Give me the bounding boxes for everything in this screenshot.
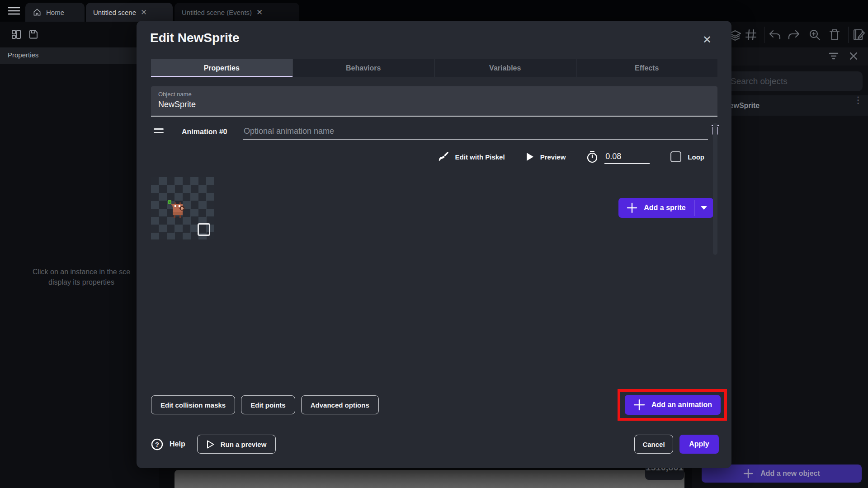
pig-sprite-image [165,197,191,223]
redo-icon[interactable] [788,30,800,40]
zoom-in-icon[interactable] [808,28,821,41]
toolbar-divider [848,27,849,43]
save-icon[interactable] [28,29,39,40]
tab-variables[interactable]: Variables [434,59,576,77]
dialog-footer-right: Cancel Apply [634,435,719,454]
object-name-label: Object name [158,91,710,98]
tab-events-label: Untitled scene (Events) [182,9,252,16]
apply-button[interactable]: Apply [679,435,719,454]
close-panel-icon[interactable] [849,52,858,61]
animation-label: Animation #0 [182,128,227,136]
undo-icon[interactable] [769,30,781,40]
toolbar-divider [764,27,764,43]
close-tab-icon[interactable]: ✕ [256,9,263,16]
grid-icon[interactable] [745,29,757,41]
frame-duration-input[interactable] [604,150,650,164]
add-animation-label: Add an animation [651,401,712,409]
edit-scene-properties-icon[interactable] [853,28,865,41]
plus-icon [743,469,753,479]
object-name-field[interactable]: Object name [151,86,717,117]
run-a-preview-button[interactable]: Run a preview [197,435,276,454]
trash-icon[interactable] [829,28,840,41]
tab-behaviors[interactable]: Behaviors [292,59,434,77]
chevron-down-icon [701,206,707,210]
dialog-close-icon[interactable]: ✕ [701,33,713,46]
play-icon [526,152,534,161]
top-bar: Home Untitled scene ✕ Untitled scene (Ev… [0,0,868,22]
add-new-object-label: Add a new object [760,469,820,478]
object-item-menu-icon[interactable]: ⋮ [854,99,863,101]
play-outline-icon [207,440,214,449]
edit-with-piskel-button[interactable]: Edit with Piskel [455,153,505,161]
object-name-input[interactable] [158,100,710,109]
dialog-footer-left: ? Help Run a preview [151,435,276,454]
filter-icon[interactable] [829,52,839,60]
edit-collision-masks-button[interactable]: Edit collision masks [151,395,235,414]
help-icon[interactable]: ? [151,438,163,450]
tab-scene-label: Untitled scene [93,9,136,16]
tab-properties[interactable]: Properties [151,59,292,77]
animation-frame-toolbar: Edit with Piskel Preview Loop [151,147,704,166]
edit-points-button[interactable]: Edit points [241,395,295,414]
plus-icon [633,399,645,411]
add-sprite-button[interactable]: Add a sprite [618,198,713,218]
preview-button[interactable]: Preview [540,153,566,161]
tab-untitled-scene-events[interactable]: Untitled scene (Events) ✕ [175,3,299,22]
sprite-actions-row: Edit collision masks Edit points Advance… [151,395,379,414]
plus-icon [627,202,637,213]
dialog-scrollbar-thumb[interactable] [713,123,717,255]
dialog-title: Edit NewSprite [150,31,240,45]
home-icon [33,8,42,17]
properties-panel-title: Properties [8,51,38,59]
add-sprite-dropdown[interactable] [694,198,713,218]
add-sprite-main[interactable]: Add a sprite [618,198,694,218]
cancel-button[interactable]: Cancel [634,435,673,454]
add-sprite-label: Add a sprite [644,204,685,212]
active-tab-underline [151,76,292,77]
edit-object-dialog: Edit NewSprite ✕ Properties Behaviors Va… [137,21,731,468]
tab-home-label: Home [46,9,64,16]
close-tab-icon[interactable]: ✕ [141,9,147,16]
add-an-animation-button[interactable]: Add an animation [625,395,721,415]
animation-row: Animation #0 [151,122,717,142]
properties-empty-message: Click on an instance in the sce display … [9,267,154,287]
brush-icon [438,151,449,162]
scene-canvas[interactable] [175,470,684,488]
advanced-options-button[interactable]: Advanced options [301,395,379,414]
help-button[interactable]: Help [170,440,185,448]
sprite-frame-thumbnail[interactable] [151,177,214,239]
animation-name-input[interactable] [243,123,708,140]
drag-handle-icon[interactable] [154,128,164,135]
panels-layout-icon[interactable] [11,29,22,40]
tab-untitled-scene[interactable]: Untitled scene ✕ [86,3,173,22]
frame-select-checkbox[interactable] [198,223,210,236]
dialog-tab-bar: Properties Behaviors Variables Effects [151,59,717,77]
timer-icon [586,150,598,163]
svg-text:?: ? [155,441,159,448]
loop-checkbox[interactable] [670,151,681,162]
tab-effects[interactable]: Effects [576,59,718,77]
hamburger-menu-icon[interactable] [8,7,20,15]
tab-home[interactable]: Home [25,3,85,22]
loop-label: Loop [688,153,704,161]
